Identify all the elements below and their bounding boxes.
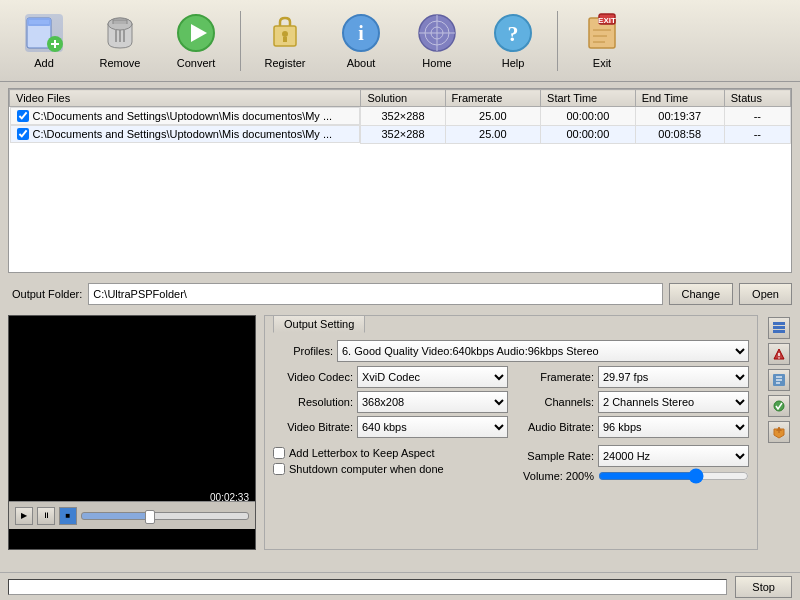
output-settings-tab[interactable]: Output Setting — [273, 315, 365, 333]
remove-button[interactable]: Remove — [84, 6, 156, 76]
shutdown-label: Shutdown computer when done — [289, 463, 444, 475]
convert-icon — [175, 12, 217, 54]
svg-rect-3 — [29, 20, 49, 24]
output-folder-label: Output Folder: — [8, 288, 82, 300]
play-button[interactable]: ▶ — [15, 507, 33, 525]
output-settings-panel: Output Setting Profiles: 6. Good Quality… — [264, 315, 758, 550]
volume-slider[interactable] — [598, 471, 749, 481]
file-cell: C:\Documents and Settings\Uptodown\Mis d… — [10, 107, 361, 125]
sample-rate-col: Sample Rate: 24000 Hz Volume: 200% — [514, 445, 749, 482]
exit-icon: EXIT — [581, 12, 623, 54]
resolution-label: Resolution: — [273, 396, 353, 408]
help-icon: ? — [492, 12, 534, 54]
right-icon-5-svg — [772, 425, 786, 439]
svg-text:i: i — [358, 22, 364, 44]
svg-rect-34 — [773, 330, 785, 333]
file-checkbox-1[interactable] — [17, 128, 29, 140]
register-icon — [264, 12, 306, 54]
separator-1 — [240, 11, 241, 71]
output-folder-input[interactable] — [88, 283, 662, 305]
convert-button[interactable]: Convert — [160, 6, 232, 76]
end-time-cell-0: 00:19:37 — [635, 107, 724, 126]
channels-label: Channels: — [514, 396, 594, 408]
file-checkbox-0[interactable] — [17, 110, 29, 122]
file-path-0: C:\Documents and Settings\Uptodown\Mis d… — [33, 110, 333, 122]
open-button[interactable]: Open — [739, 283, 792, 305]
channels-select[interactable]: 2 Channels Stereo — [598, 391, 749, 413]
table-row: C:\Documents and Settings\Uptodown\Mis d… — [10, 125, 791, 143]
volume-row: Volume: 200% — [514, 470, 749, 482]
seek-bar[interactable] — [81, 512, 249, 520]
svg-point-37 — [778, 357, 780, 359]
home-label: Home — [422, 57, 451, 69]
sample-rate-row: Sample Rate: 24000 Hz — [514, 445, 749, 467]
video-bitrate-row: Video Bitrate: 640 kbps — [273, 416, 508, 438]
framerate-label: Framerate: — [514, 371, 594, 383]
col-solution: Solution — [361, 90, 445, 107]
table-row: C:\Documents and Settings\Uptodown\Mis d… — [10, 107, 791, 126]
bottom-section: 00:02:33 ▶ ⏸ ■ Output Setting Profiles: … — [8, 315, 792, 550]
change-button[interactable]: Change — [669, 283, 734, 305]
right-icon-1[interactable] — [768, 317, 790, 339]
convert-label: Convert — [177, 57, 216, 69]
audio-bitrate-select[interactable]: 96 kbps — [598, 416, 749, 438]
about-button[interactable]: i About — [325, 6, 397, 76]
channels-row: Channels: 2 Channels Stereo — [514, 391, 749, 413]
resolution-row: Resolution: 368x208 — [273, 391, 508, 413]
video-bitrate-label: Video Bitrate: — [273, 421, 353, 433]
progress-bar — [8, 579, 727, 595]
solution-cell-1: 352×288 — [361, 125, 445, 143]
right-icon-1-svg — [772, 321, 786, 335]
volume-label: Volume: 200% — [514, 470, 594, 482]
toolbar: Add Remove Convert Register — [0, 0, 800, 82]
pause-button[interactable]: ⏸ — [37, 507, 55, 525]
register-button[interactable]: Register — [249, 6, 321, 76]
status-cell-1: -- — [724, 125, 790, 143]
right-icon-4[interactable] — [768, 395, 790, 417]
svg-text:EXIT: EXIT — [598, 16, 616, 25]
svg-rect-32 — [773, 322, 785, 325]
svg-rect-16 — [283, 37, 287, 42]
file-table-container: Video Files Solution Framerate Start Tim… — [8, 88, 792, 273]
sample-rate-select[interactable]: 24000 Hz — [598, 445, 749, 467]
sample-rate-label: Sample Rate: — [514, 450, 594, 462]
main-area: Video Files Solution Framerate Start Tim… — [0, 82, 800, 556]
status-cell-0: -- — [724, 107, 790, 126]
col-video-files: Video Files — [10, 90, 361, 107]
profiles-select[interactable]: 6. Good Quality Video:640kbps Audio:96kb… — [337, 340, 749, 362]
right-icon-2-svg — [772, 347, 786, 361]
stop-preview-button[interactable]: ■ — [59, 507, 77, 525]
svg-rect-33 — [773, 326, 785, 329]
video-codec-row: Video Codec: XviD Codec — [273, 366, 508, 388]
framerate-row: Framerate: 29.97 fps — [514, 366, 749, 388]
right-icon-3[interactable] — [768, 369, 790, 391]
separator-2 — [557, 11, 558, 71]
profiles-row: Profiles: 6. Good Quality Video:640kbps … — [273, 340, 749, 362]
add-button[interactable]: Add — [8, 6, 80, 76]
resolution-select[interactable]: 368x208 — [357, 391, 508, 413]
add-icon — [23, 12, 65, 54]
framerate-select[interactable]: 29.97 fps — [598, 366, 749, 388]
home-button[interactable]: Home — [401, 6, 473, 76]
video-codec-select[interactable]: XviD Codec — [357, 366, 508, 388]
right-icon-2[interactable] — [768, 343, 790, 365]
svg-point-15 — [282, 31, 288, 37]
file-path-1: C:\Documents and Settings\Uptodown\Mis d… — [33, 128, 333, 140]
help-label: Help — [502, 57, 525, 69]
right-icon-5[interactable] — [768, 421, 790, 443]
exit-button[interactable]: EXIT Exit — [566, 6, 638, 76]
video-bitrate-select[interactable]: 640 kbps — [357, 416, 508, 438]
stop-button[interactable]: Stop — [735, 576, 792, 598]
video-controls: ▶ ⏸ ■ — [9, 501, 255, 529]
help-button[interactable]: ? Help — [477, 6, 549, 76]
shutdown-checkbox[interactable] — [273, 463, 285, 475]
video-time: 00:02:33 — [210, 492, 249, 503]
right-icon-3-svg — [772, 373, 786, 387]
video-codec-label: Video Codec: — [273, 371, 353, 383]
seek-handle — [145, 510, 155, 524]
about-icon: i — [340, 12, 382, 54]
start-time-cell-0: 00:00:00 — [541, 107, 636, 126]
remove-label: Remove — [100, 57, 141, 69]
letterbox-checkbox[interactable] — [273, 447, 285, 459]
register-label: Register — [265, 57, 306, 69]
